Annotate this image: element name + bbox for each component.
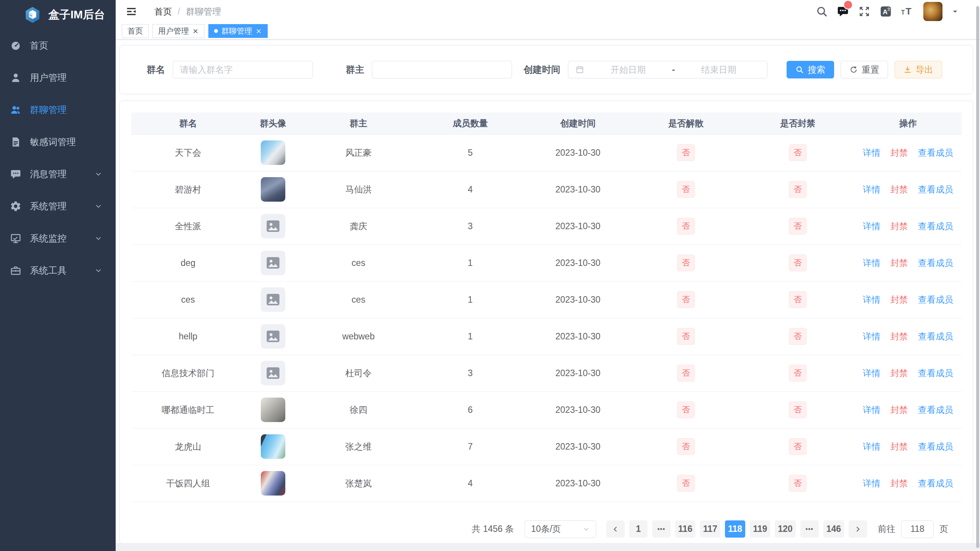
created-time-cell: 2023-10-30 [525,318,631,355]
action-ban-link[interactable]: 封禁 [890,148,908,158]
caret-down-icon[interactable] [952,8,959,15]
group-owner-cell: 张楚岚 [301,465,416,502]
messages-icon[interactable] [837,5,849,18]
group-name-cell: 碧游村 [131,171,245,208]
pager-ellipsis[interactable]: ••• [652,520,671,538]
action-detail-link[interactable]: 详情 [863,442,880,452]
action-detail-link[interactable]: 详情 [863,184,880,194]
group-avatar-cell [245,391,301,428]
action-ban-link[interactable]: 封禁 [890,405,908,415]
chevron-down-icon [94,266,103,275]
action-view-members-link[interactable]: 查看成员 [918,184,953,194]
page-button-120[interactable]: 120 [775,520,795,538]
date-end-placeholder[interactable]: 结束日期 [677,64,760,76]
action-ban-link[interactable]: 封禁 [890,184,908,194]
tab-0[interactable]: 首页 [122,24,149,38]
banned-tag: 否 [789,365,807,381]
sidebar-item-sensitive-words[interactable]: 敏感词管理 [0,126,116,158]
breadcrumb: 首页 / 群聊管理 [154,6,221,18]
date-separator: - [672,65,675,75]
action-view-members-link[interactable]: 查看成员 [918,258,953,268]
date-start-placeholder[interactable]: 开始日期 [587,64,670,76]
action-detail-link[interactable]: 详情 [863,148,880,158]
sidebar-item-user-manage[interactable]: 用户管理 [0,62,116,94]
action-view-members-link[interactable]: 查看成员 [918,148,953,158]
tab-2[interactable]: 群聊管理 [208,24,268,38]
action-view-members-link[interactable]: 查看成员 [918,405,953,415]
column-header: 群头像 [245,112,301,134]
language-icon[interactable]: A文 [880,5,892,18]
action-view-members-link[interactable]: 查看成员 [918,368,953,378]
action-ban-link[interactable]: 封禁 [890,258,908,268]
sidebar-item-system-monitor[interactable]: 系统监控 [0,222,116,254]
sidebar-item-message-manage[interactable]: 消息管理 [0,158,116,190]
action-ban-link[interactable]: 封禁 [890,221,908,231]
breadcrumb-home[interactable]: 首页 [154,6,172,18]
sidebar-menu: 首页用户管理群聊管理敏感词管理消息管理系统管理系统监控系统工具 [0,29,116,551]
next-page-button[interactable] [849,520,867,538]
export-button[interactable]: 导出 [895,61,942,78]
action-view-members-link[interactable]: 查看成员 [918,221,953,231]
sidebar-item-group-manage[interactable]: 群聊管理 [0,94,116,126]
action-view-members-link[interactable]: 查看成员 [918,331,953,341]
sidebar-item-home[interactable]: 首页 [0,29,116,62]
close-icon[interactable] [255,28,262,34]
action-ban-link[interactable]: 封禁 [890,442,908,452]
group-owner-input[interactable] [372,61,512,78]
user-avatar[interactable] [923,2,942,21]
page-button-146[interactable]: 146 [823,520,844,538]
action-view-members-link[interactable]: 查看成员 [918,295,953,305]
member-count-cell: 4 [416,171,525,208]
page-button-118[interactable]: 118 [725,520,745,538]
action-ban-link[interactable]: 封禁 [890,331,908,341]
dissolved-tag: 否 [677,365,695,381]
dissolved-tag: 否 [677,218,695,235]
action-ban-link[interactable]: 封禁 [890,368,908,378]
reset-button[interactable]: 重置 [841,61,888,78]
member-count-cell: 5 [416,134,525,171]
action-ban-link[interactable]: 封禁 [890,478,908,488]
group-name-input[interactable] [173,61,313,78]
sidebar-item-system-manage[interactable]: 系统管理 [0,190,116,222]
search-icon[interactable] [816,6,828,17]
action-view-members-link[interactable]: 查看成员 [918,442,953,452]
svg-text:T: T [901,9,905,16]
pager-ellipsis[interactable]: ••• [800,520,819,538]
action-detail-link[interactable]: 详情 [863,331,880,341]
page-button-117[interactable]: 117 [700,520,720,538]
sidebar-collapse-icon[interactable] [125,6,137,17]
search-button[interactable]: 搜索 [787,61,834,78]
date-range-input[interactable]: 开始日期 - 结束日期 [568,61,767,78]
scrollbar[interactable] [976,6,979,548]
dissolved-tag: 否 [677,181,695,198]
font-size-icon[interactable]: TT [901,5,914,18]
page-button-1[interactable]: 1 [629,520,648,538]
action-detail-link[interactable]: 详情 [863,258,880,268]
sidebar: 盒子IM后台 首页用户管理群聊管理敏感词管理消息管理系统管理系统监控系统工具 [0,0,116,551]
brand[interactable]: 盒子IM后台 [0,0,116,29]
prev-page-button[interactable] [606,520,625,538]
goto-page-input[interactable] [901,520,934,538]
actions-cell: 详情封禁查看成员 [854,428,962,465]
chevron-down-icon [94,234,103,243]
page-size-select[interactable]: 10条/页 [525,520,596,538]
action-detail-link[interactable]: 详情 [863,405,880,415]
table-row: 哪都通临时工徐四62023-10-30否否详情封禁查看成员 [131,391,962,428]
member-count-cell: 1 [416,318,525,355]
created-time-cell: 2023-10-30 [525,428,631,465]
group-avatar-cell [245,208,301,245]
page-button-116[interactable]: 116 [675,520,695,538]
sidebar-item-system-tools[interactable]: 系统工具 [0,254,116,287]
action-detail-link[interactable]: 详情 [863,221,880,231]
action-detail-link[interactable]: 详情 [863,368,880,378]
tab-1[interactable]: 用户管理 [152,24,205,38]
action-ban-link[interactable]: 封禁 [890,295,908,305]
close-icon[interactable] [192,28,199,34]
column-header: 群名 [131,112,245,134]
page-button-119[interactable]: 119 [750,520,770,538]
action-view-members-link[interactable]: 查看成员 [918,478,953,488]
action-detail-link[interactable]: 详情 [863,295,880,305]
action-detail-link[interactable]: 详情 [863,478,880,488]
group-avatar-placeholder [261,361,285,385]
fullscreen-icon[interactable] [858,5,870,18]
